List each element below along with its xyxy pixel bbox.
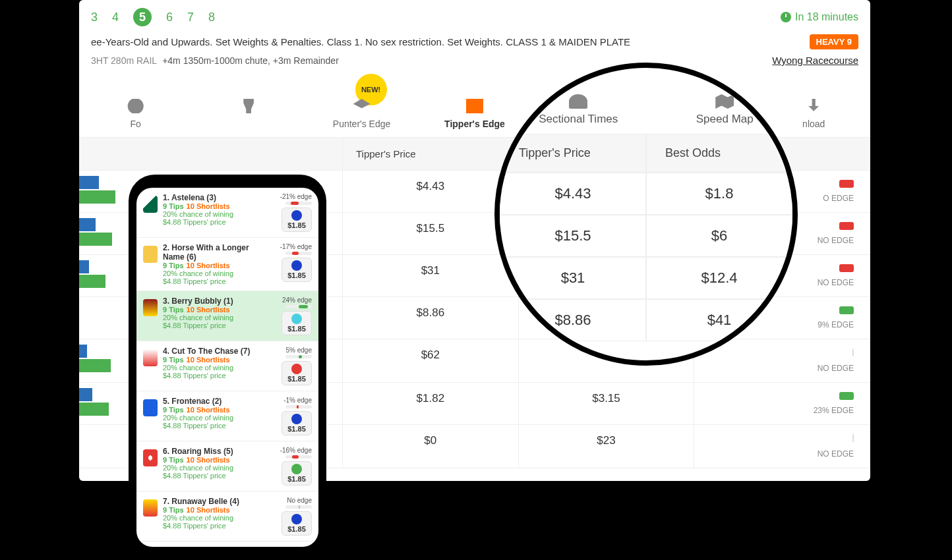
- runner-info: 1. Astelena (3)9 Tips10 Shortlists20% ch…: [163, 193, 255, 232]
- best-odds-cell[interactable]: $23: [519, 425, 695, 468]
- race-number-5[interactable]: 5: [133, 8, 152, 26]
- odds-value: $1.85: [287, 221, 306, 229]
- odds-value: $1.85: [287, 425, 306, 433]
- win-chance: 20% chance of wining: [163, 269, 255, 277]
- grid-header-runner: [79, 138, 343, 171]
- mag-tab-sectional[interactable]: Sectional Times: [539, 94, 618, 126]
- mag-price-cell: $31: [500, 257, 646, 299]
- runner-right: 5% edge$1.85: [260, 347, 312, 385]
- odds-button[interactable]: $1.85: [282, 258, 312, 282]
- runner-right: -21% edge$1.85: [260, 193, 312, 232]
- mag-price-cell: $15.5: [500, 215, 646, 257]
- runner-name: 1. Astelena (3): [163, 193, 255, 202]
- runner-name: 2. Horse With a Longer Name (6): [163, 243, 255, 262]
- odds-button[interactable]: $1.85: [282, 411, 312, 435]
- mag-odds-cell: $12.4: [646, 257, 792, 299]
- race-number-8[interactable]: 8: [208, 11, 215, 24]
- runner-right: -17% edge$1.85: [260, 243, 312, 285]
- race-number-6[interactable]: 6: [166, 11, 173, 24]
- win-chance: 20% chance of wining: [163, 514, 255, 522]
- bookmaker-icon: [291, 314, 302, 324]
- tab-punter-s-edge[interactable]: NEW!Punter's Edge: [305, 86, 418, 137]
- race-sub-detail: +4m 1350m-1000m chute, +3m Remainder: [162, 55, 339, 66]
- phone-runner-row[interactable]: 5. Frontenac (2)9 Tips10 Shortlists20% c…: [136, 391, 318, 441]
- win-chance: 20% chance of wining: [163, 210, 255, 218]
- tab-trophy[interactable]: [192, 86, 305, 137]
- edge-text: NO EDGE: [707, 449, 854, 459]
- phone-mock: 1. Astelena (3)9 Tips10 Shortlists20% ch…: [129, 175, 326, 560]
- green-bar: [79, 275, 105, 288]
- odds-button[interactable]: $1.85: [282, 361, 312, 385]
- silk-icon: [143, 449, 158, 466]
- odds-button[interactable]: $1.85: [282, 511, 312, 536]
- phone-runner-row[interactable]: 1. Astelena (3)9 Tips10 Shortlists20% ch…: [136, 188, 318, 238]
- tips-count: 9 Tips: [163, 356, 184, 364]
- tippers-price: $4.88 Tippers' price: [163, 522, 255, 530]
- edge-pill: [852, 434, 854, 442]
- blue-bar: [79, 345, 87, 358]
- silk-icon: [143, 349, 158, 366]
- runner-right: 24% edge$1.85: [260, 296, 312, 335]
- mag-price-cell: $4.43: [500, 173, 646, 215]
- phone-runner-row[interactable]: 3. Berry Bubbly (1)9 Tips10 Shortlists20…: [136, 291, 318, 341]
- odds-button[interactable]: $1.85: [282, 461, 312, 486]
- runner-info: 5. Frontenac (2)9 Tips10 Shortlists20% c…: [163, 397, 255, 435]
- tippers-price: $4.88 Tippers' price: [163, 277, 255, 285]
- venue-link[interactable]: Wyong Racecourse: [772, 55, 858, 66]
- race-countdown: In 18 minutes: [781, 11, 858, 23]
- tab-fo[interactable]: Fo: [79, 86, 192, 137]
- phone-runner-row[interactable]: 7. Runaway Belle (4)9 Tips10 Shortlists2…: [136, 491, 318, 542]
- race-number-nav: 345678 In 18 minutes: [79, 0, 870, 34]
- tippers-price-cell: $8.86: [343, 297, 519, 339]
- mag-tab-speedmap[interactable]: Speed Map: [696, 94, 754, 126]
- shortlists-count: 10 Shortlists: [187, 506, 230, 514]
- race-number-7[interactable]: 7: [187, 11, 194, 24]
- bookmaker-icon: [291, 414, 302, 424]
- trophy-icon: [240, 99, 257, 113]
- map-icon: [715, 94, 734, 109]
- runner-right: -16% edge$1.85: [260, 447, 312, 486]
- shortlists-count: 10 Shortlists: [187, 306, 230, 314]
- countdown-text: In 18 minutes: [795, 11, 858, 23]
- runner-info: 3. Berry Bubbly (1)9 Tips10 Shortlists20…: [163, 296, 255, 335]
- tips-count: 9 Tips: [163, 456, 184, 464]
- runner-info: 7. Runaway Belle (4)9 Tips10 Shortlists2…: [163, 497, 255, 536]
- phone-runner-row[interactable]: 2. Horse With a Longer Name (6)9 Tips10 …: [136, 238, 318, 291]
- silk-icon: [143, 299, 158, 316]
- race-number-3[interactable]: 3: [91, 11, 98, 24]
- edge-pill: [839, 264, 854, 272]
- edge-cell: 23% EDGE: [694, 383, 870, 425]
- edge-label: -16% edge: [260, 447, 312, 454]
- win-chance: 20% chance of wining: [163, 314, 255, 322]
- phone-runner-row[interactable]: 4. Cut To The Chase (7)9 Tips10 Shortlis…: [136, 341, 318, 391]
- odds-value: $1.85: [287, 271, 306, 279]
- edge-text: 23% EDGE: [707, 406, 854, 415]
- tab-nload[interactable]: nload: [758, 86, 870, 137]
- odds-value: $1.85: [287, 475, 306, 483]
- odds-button[interactable]: $1.85: [282, 208, 312, 232]
- edge-label: -17% edge: [260, 243, 312, 250]
- shortlists-count: 10 Shortlists: [187, 406, 230, 414]
- tips-count: 9 Tips: [163, 406, 184, 414]
- win-chance: 20% chance of wining: [163, 464, 255, 472]
- best-odds-cell[interactable]: $3.15: [519, 383, 695, 425]
- tippers-price-cell: $31: [343, 255, 519, 297]
- phone-runner-row[interactable]: 6. Roaring Miss (5)9 Tips10 Shortlists20…: [136, 441, 318, 491]
- tab-tipper-s-edge[interactable]: Tipper's Edge: [418, 86, 531, 137]
- green-bar: [79, 403, 109, 416]
- runner-info: 6. Roaring Miss (5)9 Tips10 Shortlists20…: [163, 447, 255, 486]
- race-number-4[interactable]: 4: [112, 11, 119, 24]
- blue-bar: [79, 218, 96, 231]
- tippers-price: $4.88 Tippers' price: [163, 322, 255, 329]
- edge-bar: [285, 202, 312, 205]
- bars-icon: [466, 99, 483, 113]
- runner-name: 7. Runaway Belle (4): [163, 497, 255, 506]
- odds-button[interactable]: $1.85: [282, 311, 312, 335]
- green-bar: [79, 359, 111, 372]
- runner-info: 2. Horse With a Longer Name (6)9 Tips10 …: [163, 243, 255, 285]
- odds-value: $1.85: [287, 525, 306, 533]
- dl-icon: [805, 99, 822, 113]
- blue-bar: [79, 260, 89, 273]
- tippers-price-cell: $0: [343, 425, 519, 468]
- edge-pill: [852, 349, 854, 356]
